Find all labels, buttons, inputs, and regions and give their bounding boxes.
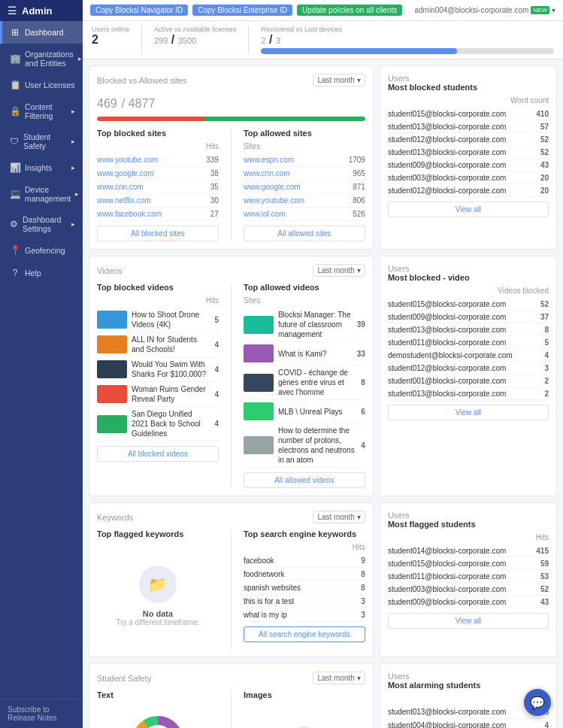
- video-thumbnail: [97, 415, 127, 433]
- most-blocked-video-student-row: student011@blocksi-corporate.com5: [388, 336, 549, 349]
- search-keyword-row: facebook9: [244, 554, 365, 568]
- most-flagged-student-row: student014@blocksi-corporate.com415: [388, 544, 549, 557]
- videos-blocked-label: Videos blocked: [388, 287, 549, 295]
- all-blocked-sites-btn[interactable]: All blocked sites: [97, 226, 219, 241]
- most-blocked-students-panel: Users Most blocked students Word count s…: [380, 65, 557, 250]
- main-area: Copy Blocksi Navigator ID Copy Blocksi E…: [83, 0, 563, 728]
- allowed-video-row: MLB \ Unreal Plays 6: [244, 400, 365, 423]
- sidebar-item-help[interactable]: ? Help: [0, 262, 83, 284]
- blocked-site-row: www.youtube.com339: [97, 153, 219, 167]
- keywords-section-label: Keywords: [97, 513, 133, 522]
- update-policies-btn[interactable]: Update policies on all clients: [297, 5, 402, 16]
- donut-chart: [97, 704, 219, 728]
- blocked-allowed-dropdown[interactable]: Last month ▾: [313, 74, 365, 86]
- row-blocked-allowed: Blocked vs Allowed sites Last month ▾ 46…: [89, 65, 557, 250]
- recovered-value: 2 / 3: [261, 33, 554, 47]
- video-thumbnail: [97, 360, 127, 378]
- chat-button[interactable]: 💬: [524, 689, 551, 716]
- student-safety-panel: Student Safety Last month ▾ Text: [89, 663, 374, 728]
- devices-chevron-icon: ▸: [75, 190, 79, 198]
- menu-icon[interactable]: ☰: [8, 5, 17, 17]
- top-search-keywords-col: Top search engine keywords Hits facebook…: [244, 529, 365, 649]
- sidebar-label-orgs: Organizations and Entities: [25, 50, 74, 68]
- top-search-keywords-title: Top search engine keywords: [244, 529, 365, 538]
- blocked-video-row: Would You Swim With Sharks For $100,000?…: [97, 357, 219, 382]
- sidebar-item-insights[interactable]: 📊 Insights ▸: [0, 156, 83, 179]
- blocked-video-row: How to Shoot Drone Videos (4K) 5: [97, 308, 219, 332]
- keywords-dropdown[interactable]: Last month ▾: [313, 511, 365, 523]
- most-flagged-student-row: student009@blocksi-corporate.com43: [388, 596, 549, 608]
- blocked-site-row: www.google.com38: [97, 167, 219, 180]
- sidebar-label-dashboard_settings: Dashboard Settings: [23, 215, 67, 233]
- all-search-engine-keywords-btn[interactable]: All search engine keywords: [244, 626, 365, 642]
- images-no-data: 📁 No data Try a different timeframe.: [244, 704, 365, 728]
- blocked-site-row: www.facebook.com27: [97, 208, 219, 221]
- all-blocked-videos-btn[interactable]: All blocked videos: [97, 446, 219, 462]
- sidebar-item-geofencing[interactable]: 📍 Geofencing: [0, 239, 83, 262]
- orgs-icon: 🏢: [10, 53, 20, 64]
- sidebar-item-dashboard[interactable]: ⊞ Dashboard: [0, 21, 83, 44]
- most-blocked-video-view-all-btn[interactable]: View all: [388, 405, 549, 420]
- most-blocked-video-panel: Users Most blocked - video Videos blocke…: [380, 256, 557, 496]
- copy-navigator-btn[interactable]: Copy Blocksi Navigator ID: [90, 5, 188, 16]
- safety-images-title: Images: [244, 690, 365, 699]
- safety-dropdown[interactable]: Last month ▾: [313, 672, 365, 684]
- new-badge: NEW: [531, 6, 549, 14]
- video-thumbnail: [244, 316, 274, 334]
- video-thumbnail: [97, 311, 127, 329]
- sidebar-header: ☰ Admin: [0, 0, 83, 21]
- most-blocked-student-row: student003@blocksi-corporate.com20: [388, 171, 549, 184]
- no-data-sub: Try a different timeframe.: [116, 618, 199, 626]
- all-allowed-sites-btn[interactable]: All allowed sites: [244, 226, 365, 241]
- most-blocked-video-title: Most blocked - video: [388, 273, 549, 282]
- user-chevron-icon[interactable]: ▾: [552, 6, 555, 14]
- flagged-hits-label: Hits: [388, 533, 549, 541]
- allowed-site-row: www.youtube.com806: [244, 194, 365, 208]
- copy-enterprise-btn[interactable]: Copy Blocksi Enterprise ID: [192, 5, 292, 16]
- row-student-safety: Student Safety Last month ▾ Text: [89, 663, 557, 728]
- most-alarming-student-row: student004@blocksi-corporate.com4: [388, 719, 549, 728]
- video-thumbnail: [97, 385, 127, 403]
- videos-dropdown[interactable]: Last month ▾: [313, 264, 365, 277]
- sidebar-label-safety: Student Safety: [23, 132, 67, 150]
- dashboard_settings-icon: ⚙: [10, 219, 18, 229]
- devices-icon: 💻: [10, 189, 20, 199]
- search-keyword-row: foodnetwork8: [244, 568, 365, 581]
- blocked-site-row: www.cnn.com35: [97, 180, 219, 194]
- allowed-site-row: www.iol.com526: [244, 208, 365, 221]
- allowed-site-row: www.cnn.com965: [244, 167, 365, 180]
- most-blocked-video-student-row: student013@blocksi-corporate.com2: [388, 387, 549, 400]
- search-keyword-row: this is for a test3: [244, 595, 365, 608]
- geofencing-icon: 📍: [10, 245, 20, 256]
- safety-chevron-icon: ▸: [71, 138, 75, 145]
- most-blocked-view-all-btn[interactable]: View all: [388, 202, 549, 217]
- all-allowed-videos-btn[interactable]: All allowed videos: [244, 472, 365, 488]
- sidebar-item-devices[interactable]: 💻 Device management ▸: [0, 179, 83, 209]
- top-blocked-sites-title: Top blocked sites: [97, 129, 219, 138]
- top-flagged-keywords-col: Top flagged keywords 📁 No data Try a dif…: [97, 529, 219, 649]
- flagged-users-section-label: Users: [388, 511, 549, 520]
- sidebar-item-licenses[interactable]: 📋 User Licenses: [0, 74, 83, 96]
- stats-bar: Users online 2 Active vs Available licen…: [83, 21, 563, 59]
- sidebar-item-orgs[interactable]: 🏢 Organizations and Entities ▸: [0, 44, 83, 74]
- user-email: admin004@blocksi-corporate.com: [414, 6, 528, 14]
- sidebar-item-dashboard_settings[interactable]: ⚙ Dashboard Settings ▸: [0, 209, 83, 239]
- sidebar-label-dashboard: Dashboard: [25, 28, 63, 37]
- users-online-value: 2: [92, 33, 129, 47]
- users-section-label: Users: [388, 74, 549, 83]
- insights-icon: 📊: [10, 162, 20, 173]
- safety-images-col: Images 📁 No data Try a different timefra…: [244, 690, 365, 728]
- most-flagged-student-row: student015@blocksi-corporate.com59: [388, 557, 549, 570]
- allowed-video-row: Blocksi Manager: The future of classroom…: [244, 308, 365, 342]
- no-data-text: No data: [143, 609, 173, 618]
- top-allowed-videos-title: Top allowed videos: [244, 283, 365, 292]
- sidebar-item-content[interactable]: 🔒 Content Filtering ▸: [0, 96, 83, 126]
- most-flagged-view-all-btn[interactable]: View all: [388, 613, 549, 629]
- top-blocked-sites-col: Top blocked sites Hits www.youtube.com33…: [97, 129, 219, 241]
- most-alarming-title: Most alarming students: [388, 681, 549, 690]
- blocked-count: 469 / 4877: [97, 93, 155, 112]
- subscribe-link[interactable]: Subscribe to Release Notes: [0, 699, 83, 728]
- most-flagged-student-row: student003@blocksi-corporate.com52: [388, 583, 549, 596]
- recovered-stat: Recovered vs Lost devices 2 / 3: [261, 26, 554, 54]
- sidebar-item-safety[interactable]: 🛡 Student Safety ▸: [0, 126, 83, 156]
